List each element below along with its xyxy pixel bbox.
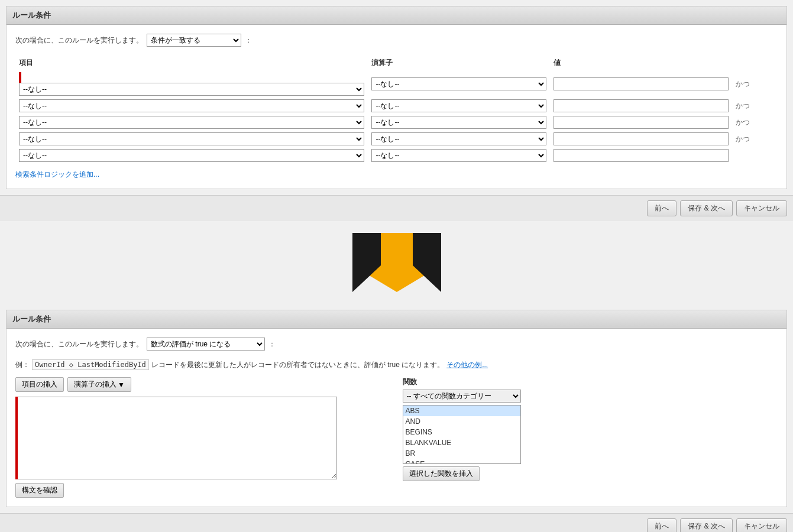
operator-select-1[interactable]: --なし--	[371, 99, 546, 112]
condition-table: 項目 演算子 値 --なし----なし--かつ--なし----なし--かつ--な…	[15, 56, 778, 164]
table-row: --なし----なし--かつ	[15, 70, 778, 98]
top-rule-section-body: 次の場合に、このルールを実行します。 条件が一致する ： 項目 演算子	[7, 25, 786, 189]
example-label: 例：	[15, 360, 30, 370]
bottom-rule-section-header: ルール条件	[7, 310, 786, 329]
operator-select-2[interactable]: --なし--	[371, 116, 546, 129]
bottom-cancel-button[interactable]: キャンセル	[736, 518, 787, 532]
item-select-2[interactable]: --なし--	[19, 116, 364, 129]
top-section-title: ルール条件	[12, 11, 51, 20]
example-desc: レコードを最後に更新した人がレコードの所有者ではないときに、評価が true に…	[151, 360, 444, 370]
verify-button[interactable]: 構文を確認	[15, 483, 64, 498]
function-list-item[interactable]: BEGINS	[403, 427, 520, 437]
insert-item-button[interactable]: 項目の挿入	[15, 377, 64, 392]
top-condition-select[interactable]: 条件が一致する	[147, 34, 241, 47]
function-list-item[interactable]: CASE	[403, 459, 520, 464]
item-select-4[interactable]: --なし--	[19, 149, 364, 162]
value-input-1[interactable]	[554, 99, 729, 112]
formula-textarea-container	[15, 397, 391, 479]
arrow-section	[0, 221, 793, 304]
formula-example: 例： OwnerId ◇ LastModifiedById レコードを最後に更新…	[15, 359, 778, 370]
functions-label: 関数	[403, 377, 778, 387]
col-header-item: 項目	[15, 56, 368, 70]
function-list-item[interactable]: BLANKVALUE	[403, 437, 520, 448]
top-cancel-button[interactable]: キャンセル	[736, 200, 787, 216]
and-text-0: かつ	[732, 70, 778, 98]
value-input-2[interactable]	[554, 116, 729, 129]
function-list[interactable]: ABSANDBEGINSBLANKVALUEBRCASE	[403, 405, 521, 464]
operator-select-4[interactable]: --なし--	[371, 149, 546, 162]
formula-left: 項目の挿入 演算子の挿入 ▼ 構文を確認	[15, 377, 391, 498]
table-row: --なし----なし--	[15, 147, 778, 164]
functions-panel: 関数 -- すべての関数カテゴリー ABSANDBEGINSBLANKVALUE…	[403, 377, 778, 481]
value-input-0[interactable]	[554, 77, 729, 90]
top-rule-section: ルール条件 次の場合に、このルールを実行します。 条件が一致する ： 項目	[6, 6, 787, 189]
value-input-3[interactable]	[554, 132, 729, 145]
table-row: --なし----なし--かつ	[15, 98, 778, 114]
operator-arrow-icon: ▼	[118, 381, 125, 389]
table-row: --なし----なし--かつ	[15, 131, 778, 147]
function-list-item[interactable]: BR	[403, 448, 520, 459]
insert-operator-label: 演算子の挿入	[74, 379, 116, 390]
bottom-button-row: 前へ 保存 & 次へ キャンセル	[0, 513, 793, 532]
condition-intro: 次の場合に、このルールを実行します。 条件が一致する ：	[15, 34, 778, 47]
bottom-colon: ：	[268, 339, 276, 349]
function-list-item[interactable]: AND	[403, 416, 520, 427]
and-text-4	[732, 147, 778, 164]
table-row: --なし----なし--かつ	[15, 114, 778, 131]
bottom-intro-text: 次の場合に、このルールを実行します。	[15, 339, 143, 349]
intro-text: 次の場合に、このルールを実行します。	[15, 35, 143, 46]
operator-select-3[interactable]: --なし--	[371, 132, 546, 145]
down-arrow-icon	[352, 233, 441, 292]
formula-editor-wrap: 項目の挿入 演算子の挿入 ▼ 構文を確認 関数	[15, 377, 778, 498]
formula-textarea[interactable]	[18, 397, 337, 479]
and-text-2: かつ	[732, 114, 778, 131]
top-colon: ：	[245, 35, 252, 46]
col-header-operator: 演算子	[368, 56, 550, 70]
insert-function-button[interactable]: 選択した関数を挿入	[403, 466, 480, 481]
item-select-1[interactable]: --なし--	[19, 99, 364, 112]
item-select-0[interactable]: --なし--	[19, 83, 364, 96]
bottom-rule-section-body: 次の場合に、このルールを実行します。 数式の評価が true になる ： 例： …	[7, 329, 786, 507]
top-button-row: 前へ 保存 & 次へ キャンセル	[0, 195, 793, 221]
bottom-save-next-button[interactable]: 保存 & 次へ	[680, 518, 733, 532]
bottom-rule-section: ルール条件 次の場合に、このルールを実行します。 数式の評価が true になる…	[6, 310, 787, 507]
svg-rect-0	[352, 233, 381, 265]
svg-rect-2	[381, 233, 413, 265]
value-input-4[interactable]	[554, 149, 729, 162]
bottom-condition-intro: 次の場合に、このルールを実行します。 数式の評価が true になる ：	[15, 338, 778, 351]
function-list-item[interactable]: ABS	[403, 406, 520, 416]
svg-rect-1	[413, 233, 441, 265]
top-prev-button[interactable]: 前へ	[647, 200, 677, 216]
operator-select-0[interactable]: --なし--	[371, 77, 546, 90]
function-category-select[interactable]: -- すべての関数カテゴリー	[403, 390, 521, 403]
col-header-value: 値	[550, 56, 732, 70]
and-text-3: かつ	[732, 131, 778, 147]
top-rule-section-header: ルール条件	[7, 7, 786, 25]
top-save-next-button[interactable]: 保存 & 次へ	[680, 200, 733, 216]
example-code: OwnerId ◇ LastModifiedById	[32, 359, 149, 370]
item-select-3[interactable]: --なし--	[19, 132, 364, 145]
and-text-1: かつ	[732, 98, 778, 114]
add-logic-link[interactable]: 検索条件ロジックを追加...	[15, 170, 99, 179]
bottom-prev-button[interactable]: 前へ	[647, 518, 677, 532]
formula-tools-left: 項目の挿入 演算子の挿入 ▼	[15, 377, 391, 392]
col-header-and	[732, 56, 778, 70]
row-indicator	[19, 72, 21, 83]
example-other-link[interactable]: その他の例...	[446, 360, 488, 370]
bottom-section-title: ルール条件	[12, 314, 51, 323]
bottom-condition-select[interactable]: 数式の評価が true になる	[147, 338, 265, 351]
insert-operator-button[interactable]: 演算子の挿入 ▼	[67, 377, 131, 392]
